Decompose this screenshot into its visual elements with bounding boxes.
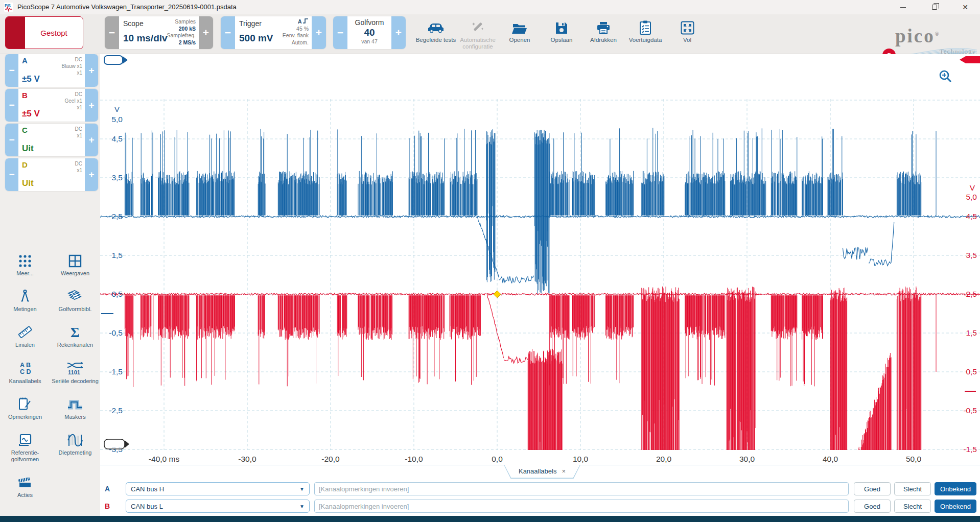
- y-axis-tick-left: 0,5: [111, 290, 123, 298]
- deep-measure-icon: [50, 429, 100, 447]
- reference-waveforms-icon: [0, 429, 50, 447]
- scale-label: x1: [61, 69, 82, 76]
- channel-c-card[interactable]: − C Uit DC x1 +: [5, 124, 98, 156]
- sidebar-item-actions[interactable]: Acties: [0, 471, 50, 499]
- channel-a-label-row: A CAN bus H ▼ [Kanaalopmerkingen invoere…: [100, 482, 980, 496]
- vehicle-data-button[interactable]: Voertuigdata: [624, 17, 666, 50]
- print-icon: [582, 17, 624, 35]
- zoom-icon[interactable]: [940, 71, 951, 82]
- channel-c-decrease-button[interactable]: −: [5, 124, 18, 156]
- sidebar-item-deep-measure[interactable]: Dieptemeting: [50, 429, 100, 463]
- x-axis-tick: 50,0: [906, 455, 922, 463]
- sidebar-item-views[interactable]: Weergaven: [50, 249, 100, 277]
- window-title: PicoScope 7 Automotive Volkswagen_Transp…: [17, 3, 237, 11]
- sidebar-item-masks[interactable]: Maskers: [50, 393, 100, 420]
- channel-d-card[interactable]: − D Uit DC x1 +: [5, 158, 98, 191]
- scope-increase-button[interactable]: +: [199, 16, 213, 49]
- sidebar-item-reference-waveforms[interactable]: Referentie-golfvormen: [0, 429, 50, 463]
- overview-handle-bottom[interactable]: [104, 439, 129, 449]
- x-axis-tick: -20,0: [321, 455, 340, 463]
- probe-label: Blauw x1: [61, 63, 82, 69]
- channel-c-letter: C: [22, 126, 28, 134]
- channel-b-label-dropdown[interactable]: CAN bus L ▼: [126, 500, 310, 513]
- sidebar-item-serial-decoding[interactable]: 1101 Seriële decodering: [50, 357, 100, 385]
- fullscreen-button[interactable]: Vol: [666, 17, 708, 50]
- svg-text:1101: 1101: [68, 369, 80, 375]
- picoscope-window: PS PicoScope 7 Automotive Volkswagen_Tra…: [0, 0, 980, 522]
- sidebar-item-rulers[interactable]: Linialen: [0, 321, 50, 348]
- rating-slecht-button-a[interactable]: Slecht: [894, 482, 931, 495]
- channel-b-comment-input[interactable]: [Kanaalopmerkingen invoeren]: [314, 500, 849, 513]
- left-axis-unit: V: [114, 105, 120, 113]
- stop-button[interactable]: Gestopt: [5, 16, 83, 49]
- rating-onbekend-button-a[interactable]: Onbekend: [935, 482, 976, 495]
- waveform-panel-body[interactable]: Golfvorm 40 van 47: [347, 16, 391, 49]
- print-button[interactable]: Afdrukken: [582, 17, 624, 50]
- chevron-down-icon: ▼: [299, 486, 305, 492]
- fullscreen-label: Vol: [666, 37, 708, 43]
- scope-decrease-button[interactable]: −: [105, 16, 119, 49]
- channel-b-card[interactable]: − B ±5 V DC Geel x1 x1 +: [5, 89, 98, 122]
- rating-slecht-button-b[interactable]: Slecht: [894, 500, 931, 513]
- sidebar-item-waveform-library[interactable]: Golfvormbibl.: [50, 285, 100, 313]
- sidebar-item-measurements[interactable]: Metingen: [0, 285, 50, 313]
- maximize-button[interactable]: [923, 0, 946, 14]
- save-button[interactable]: Opslaan: [541, 17, 582, 50]
- minimize-button[interactable]: [891, 0, 915, 14]
- coupling-label: DC: [75, 160, 82, 167]
- sidebar-item-notes[interactable]: Opmerkingen: [0, 393, 50, 420]
- trigger-marker[interactable]: [494, 291, 501, 298]
- x-axis-tick: 0,0: [492, 455, 503, 463]
- trigger-decrease-button[interactable]: −: [221, 16, 235, 49]
- channel-d-info: DC x1: [75, 160, 82, 174]
- channel-labels-icon: A BC D: [0, 357, 50, 375]
- guided-tests-button[interactable]: Begeleide tests: [415, 17, 457, 50]
- channel-a-label-dropdown[interactable]: CAN bus H ▼: [126, 482, 310, 495]
- y-axis-tick-right: 1,5: [966, 328, 977, 337]
- channel-d-decrease-button[interactable]: −: [5, 158, 18, 191]
- rulers-label: Linialen: [0, 342, 50, 348]
- open-button[interactable]: Openen: [499, 17, 541, 50]
- waveform-next-button[interactable]: +: [391, 16, 406, 49]
- actions-label: Acties: [0, 492, 50, 499]
- channel-b-increase-button[interactable]: +: [85, 89, 98, 122]
- scope-panel: − Scope 10 ms/div Samples 200 kS Samplef…: [105, 16, 213, 49]
- rating-goed-button-b[interactable]: Goed: [854, 500, 891, 513]
- x-axis-tick: -40,0 ms: [149, 455, 180, 463]
- channel-b-letter: B: [22, 91, 28, 100]
- channel-b-decrease-button[interactable]: −: [5, 89, 18, 122]
- y-axis-tick-left: 3,5: [111, 173, 123, 182]
- scroll-right-arrow[interactable]: [960, 56, 980, 63]
- sidebar-item-more[interactable]: Meer...: [0, 249, 50, 277]
- channel-a-increase-button[interactable]: +: [85, 54, 98, 87]
- trigger-increase-button[interactable]: +: [312, 16, 326, 49]
- waveform-prev-button[interactable]: −: [333, 16, 347, 49]
- channel-d-range: Uit: [22, 178, 34, 188]
- svg-text:Σ: Σ: [71, 325, 80, 339]
- channel-a-card[interactable]: − A ±5 V DC Blauw x1 x1 +: [5, 54, 98, 87]
- tab-close-icon[interactable]: ×: [562, 467, 566, 475]
- channel-c-increase-button[interactable]: +: [85, 124, 98, 156]
- y-axis-tick-right: 4,5: [966, 212, 977, 221]
- channel-d-increase-button[interactable]: +: [85, 158, 98, 191]
- channel-a-decrease-button[interactable]: −: [5, 54, 18, 87]
- scope-panel-body[interactable]: Scope 10 ms/div Samples 200 kS Samplefre…: [119, 16, 199, 49]
- waveform-label: Golfvorm: [349, 18, 389, 27]
- rating-onbekend-button-b[interactable]: Onbekend: [935, 500, 976, 513]
- channel-labels-tab[interactable]: Kanaallabels ×: [504, 465, 580, 479]
- actions-icon: [0, 471, 50, 489]
- math-channels-icon: Σ: [50, 321, 100, 339]
- sidebar-item-channel-labels[interactable]: A BC D Kanaallabels: [0, 357, 50, 385]
- stop-indicator: [6, 17, 25, 49]
- waveform-view[interactable]: V5,04,53,52,51,50,5-0,5-1,5-2,5-3,5V5,04…: [100, 54, 980, 466]
- channel-a-comment-input[interactable]: [Kanaalopmerkingen invoeren]: [314, 482, 849, 495]
- trigger-panel-body[interactable]: Trigger 500 mV A 45 % Eenv. flank Autom.: [235, 16, 312, 49]
- overview-handle-top[interactable]: [104, 56, 128, 64]
- sidebar-item-math-channels[interactable]: Σ Rekenkanalen: [50, 321, 100, 348]
- close-button[interactable]: ✕: [953, 0, 977, 14]
- rating-goed-button-a[interactable]: Goed: [854, 482, 891, 495]
- waveform-plot[interactable]: V5,04,53,52,51,50,5-0,5-1,5-2,5-3,5V5,04…: [100, 54, 980, 466]
- channel-c-range: Uit: [22, 144, 34, 154]
- channel-labels-label: Kanaallabels: [0, 378, 50, 385]
- coupling-label: DC: [65, 91, 82, 98]
